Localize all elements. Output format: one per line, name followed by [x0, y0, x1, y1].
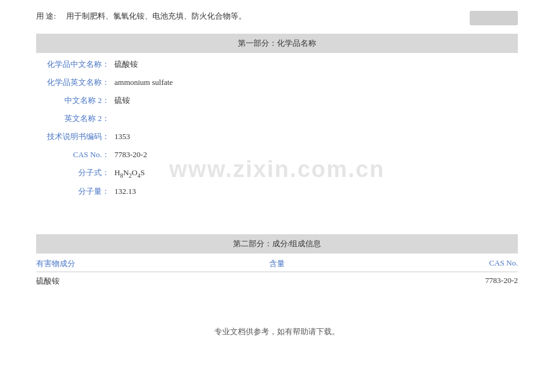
value-code: 1353 — [114, 132, 130, 142]
field-row-formula: 分子式： H8N2O4S — [36, 167, 518, 179]
page: 用 途: 用于制肥料、氯氧化铵、电池充填、防火化合物等。 第一部分：化学品名称 … — [0, 0, 554, 392]
field-row-code: 技术说明书编码： 1353 — [36, 131, 518, 142]
td-cas: 7783-20-2 — [357, 276, 518, 287]
label-cn-name2: 中文名称 2： — [36, 95, 114, 106]
table-header: 有害物成分 含量 CAS No. — [36, 254, 518, 272]
footer-note: 专业文档供参考，如有帮助请下载。 — [0, 302, 554, 349]
part2-section: 第二部分：成分/组成信息 有害物成分 含量 CAS No. 硫酸铵 7783-2… — [0, 234, 554, 302]
table-row: 硫酸铵 7783-20-2 — [36, 272, 518, 290]
th-content: 含量 — [197, 258, 358, 269]
td-content — [197, 276, 358, 287]
part2-content: 有害物成分 含量 CAS No. 硫酸铵 7783-20-2 — [0, 254, 554, 302]
usage-label: 用 途: — [36, 11, 60, 22]
value-mw: 132.13 — [114, 187, 136, 196]
value-en-name: ammonium sulfate — [114, 78, 173, 87]
part2-header: 第二部分：成分/组成信息 — [36, 234, 518, 254]
value-cas: 7783-20-2 — [114, 150, 147, 160]
label-en-name: 化学品英文名称： — [36, 77, 114, 88]
field-row-en-name2: 英文名称 2： — [36, 113, 518, 124]
part1-content: 化学品中文名称： 硫酸铵 化学品英文名称： ammonium sulfate 中… — [0, 53, 554, 216]
usage-section: 用 途: 用于制肥料、氯氧化铵、电池充填、防火化合物等。 — [0, 0, 554, 34]
value-cn-name2: 硫铵 — [114, 95, 130, 106]
label-cas: CAS No.： — [36, 149, 114, 160]
label-formula: 分子式： — [36, 167, 114, 178]
field-row-mw: 分子量： 132.13 — [36, 186, 518, 197]
th-cas: CAS No. — [357, 258, 518, 269]
td-component: 硫酸铵 — [36, 276, 197, 287]
field-row-en-name: 化学品英文名称： ammonium sulfate — [36, 77, 518, 88]
value-formula: H8N2O4S — [114, 168, 145, 179]
label-mw: 分子量： — [36, 186, 114, 197]
value-cn-name: 硫酸铵 — [114, 59, 138, 70]
field-row-cn-name2: 中文名称 2： 硫铵 — [36, 95, 518, 106]
label-code: 技术说明书编码： — [36, 131, 114, 142]
usage-text: 用于制肥料、氯氧化铵、电池充填、防火化合物等。 — [66, 11, 464, 22]
field-row-cas: CAS No.： 7783-20-2 — [36, 149, 518, 160]
th-component: 有害物成分 — [36, 258, 197, 269]
label-en-name2: 英文名称 2： — [36, 113, 114, 124]
label-cn-name: 化学品中文名称： — [36, 59, 114, 70]
usage-button[interactable] — [470, 11, 518, 25]
part1-header: 第一部分：化学品名称 — [36, 34, 518, 53]
field-row-cn-name: 化学品中文名称： 硫酸铵 — [36, 59, 518, 70]
